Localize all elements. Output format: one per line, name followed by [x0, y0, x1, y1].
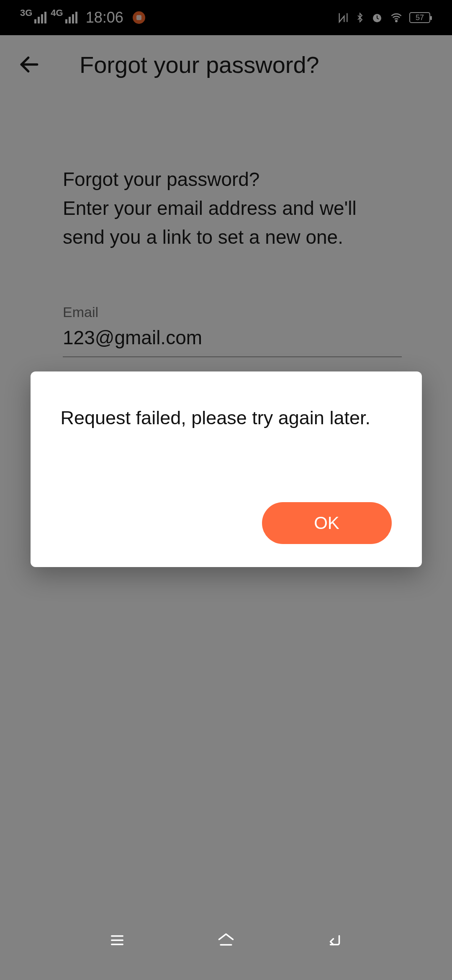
ok-button[interactable]: OK	[262, 502, 392, 544]
dialog-message: Request failed, please try again later.	[61, 407, 392, 429]
recents-button[interactable]	[100, 928, 134, 953]
dialog-actions: OK	[61, 502, 392, 544]
back-nav-button[interactable]	[318, 928, 352, 953]
back-icon	[324, 931, 345, 949]
error-dialog: Request failed, please try again later. …	[31, 371, 422, 567]
home-button[interactable]	[209, 928, 243, 953]
home-icon	[214, 931, 238, 949]
system-nav-bar	[0, 913, 452, 980]
modal-overlay[interactable]: Request failed, please try again later. …	[0, 0, 452, 980]
menu-icon	[108, 932, 126, 949]
